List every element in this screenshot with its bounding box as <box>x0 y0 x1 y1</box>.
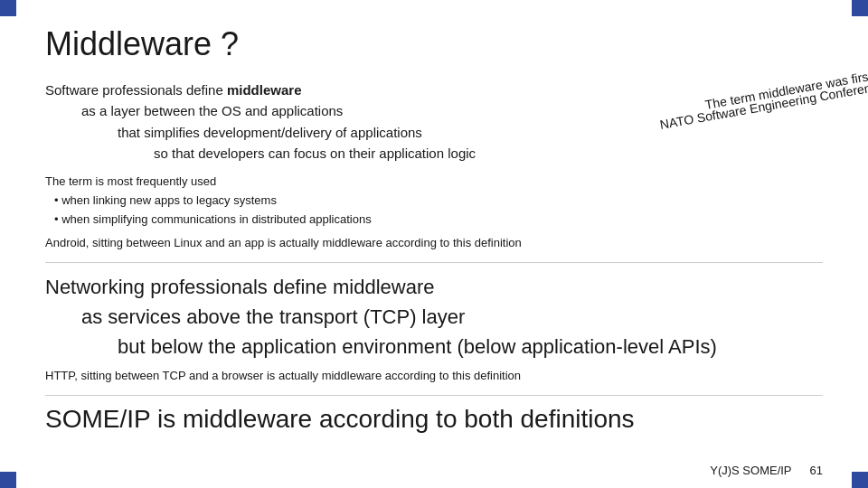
http-note: HTTP, sitting between TCP and a browser … <box>45 369 823 382</box>
network-def-line3: but below the application environment (b… <box>118 332 823 361</box>
footer-label: Y(J)S SOME/IP <box>710 464 791 477</box>
some-ip-conclusion: SOME/IP is middleware according to both … <box>45 405 823 434</box>
section-divider <box>45 262 823 263</box>
corner-bl-decoration <box>0 472 16 488</box>
rotated-note: The term middleware was first used in a … <box>588 98 841 170</box>
slide: Middleware ? The term middleware was fir… <box>0 0 868 488</box>
bullet-item-1: when linking new apps to legacy systems <box>54 192 823 211</box>
section-divider-2 <box>45 395 823 396</box>
middleware-bold-2: middleware <box>333 276 435 298</box>
bullet-item-2: when simplifying communications in distr… <box>54 211 823 230</box>
network-def-line2: as services above the transport (TCP) la… <box>81 302 823 332</box>
frequently-used-section: The term is most frequently used when li… <box>45 173 823 229</box>
corner-tl-decoration <box>0 0 16 16</box>
network-def-prefix: Networking professionals define <box>45 276 333 298</box>
frequently-used-intro: The term is most frequently used <box>45 173 823 192</box>
slide-title: Middleware ? <box>45 25 823 63</box>
corner-br-decoration <box>852 472 868 488</box>
android-note: Android, sitting between Linux and an ap… <box>45 236 823 249</box>
footer: Y(J)S SOME/IP 61 <box>710 464 823 477</box>
corner-tr-decoration <box>852 0 868 16</box>
network-def-line1: Networking professionals define middlewa… <box>45 272 823 302</box>
network-definition: Networking professionals define middlewa… <box>45 272 823 361</box>
middleware-bold-1: middleware <box>227 82 302 98</box>
footer-page: 61 <box>810 464 823 477</box>
frequently-used-list: when linking new apps to legacy systems … <box>54 192 823 230</box>
software-def-prefix: Software professionals define <box>45 82 227 98</box>
